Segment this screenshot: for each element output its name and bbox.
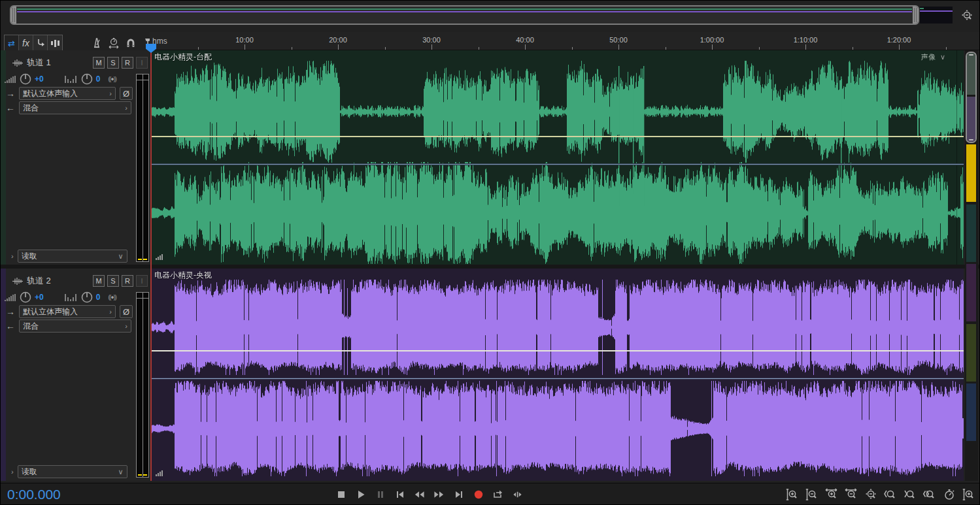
ruler-minor-tick xyxy=(479,47,479,50)
snap-magnet-icon[interactable] xyxy=(125,37,137,50)
clip-levels-icon xyxy=(156,470,163,476)
zoom-out-amplitude-button[interactable] xyxy=(805,488,819,501)
zoom-full-button[interactable] xyxy=(962,488,975,501)
chevron-right-icon: › xyxy=(125,104,127,112)
ruler-major-tick xyxy=(899,44,900,50)
track2-arm-button[interactable]: R xyxy=(122,275,133,287)
track1-clip[interactable]: 电器小精灵-台配 声像 ∨ xyxy=(151,50,964,265)
track1-phase-button[interactable]: Ø xyxy=(120,87,133,100)
navigator-track1-line-tail xyxy=(920,8,924,9)
ruler-major-tick xyxy=(525,44,526,50)
track1-waveform[interactable] xyxy=(151,50,964,265)
zoom-in-amplitude-button[interactable] xyxy=(785,488,799,501)
session-toolbar xyxy=(91,35,154,51)
ruler-tick-label: 40:00 xyxy=(516,36,534,44)
stop-button[interactable] xyxy=(335,489,346,500)
routing-button[interactable] xyxy=(33,35,48,51)
zoom-navigate-icon[interactable] xyxy=(957,7,975,25)
chevron-right-icon: › xyxy=(125,322,127,330)
ruler-minor-tick xyxy=(759,47,760,50)
input-monitor-icon[interactable]: ((●)) xyxy=(108,76,116,82)
track1-automation-row: › 读取∨ xyxy=(8,250,127,263)
loop-playback-button[interactable] xyxy=(492,489,503,500)
track2-output-select[interactable]: 混合› xyxy=(19,319,131,333)
track1-monitor-button[interactable]: I xyxy=(136,57,148,69)
track2-knob-row: +0 0 ((●)) xyxy=(5,291,116,304)
stopwatch-skip-icon[interactable] xyxy=(108,37,120,50)
track1-clip-pan-dropdown[interactable]: 声像 ∨ xyxy=(921,52,945,62)
track2-pan-knob[interactable] xyxy=(80,291,93,304)
view-toggle-button[interactable]: ⇄ xyxy=(5,35,19,51)
track2-volume-knob[interactable] xyxy=(19,291,32,304)
effects-rack-button[interactable]: fx xyxy=(19,35,33,51)
go-to-end-button[interactable] xyxy=(453,489,464,500)
zoom-toolbar xyxy=(785,488,975,501)
track-scrollbar-thumb[interactable] xyxy=(966,52,977,143)
chevron-down-icon: ∨ xyxy=(118,252,124,261)
zoom-to-in-point-button[interactable] xyxy=(883,488,897,501)
zoom-reset-button[interactable] xyxy=(942,488,956,501)
track2-volume-value[interactable]: +0 xyxy=(35,293,44,302)
track1-volume-value[interactable]: +0 xyxy=(35,74,44,84)
track1-knob-row: +0 0 ((●)) xyxy=(5,73,116,86)
track1-arm-button[interactable]: R xyxy=(122,57,133,69)
track1-volume-knob[interactable] xyxy=(19,73,32,86)
play-button[interactable] xyxy=(355,489,366,500)
expand-chevron-icon[interactable]: › xyxy=(11,468,14,476)
overview-navigator-bracket[interactable] xyxy=(10,5,919,25)
track2-automation-value: 读取 xyxy=(22,466,116,478)
expand-chevron-icon[interactable]: › xyxy=(11,252,14,260)
input-monitor-icon[interactable]: ((●)) xyxy=(108,294,116,301)
track1-solo-button[interactable]: S xyxy=(107,57,119,69)
track1-output-select[interactable]: 混合› xyxy=(19,101,131,114)
input-arrow-icon: → xyxy=(6,306,15,317)
track2-volume-envelope[interactable] xyxy=(151,350,964,351)
track1-pan-envelope[interactable] xyxy=(151,163,964,165)
track1-pan-knob[interactable] xyxy=(80,73,93,86)
navigator-right-handle[interactable] xyxy=(913,7,918,24)
track2-phase-button[interactable]: Ø xyxy=(120,305,133,318)
track2-clip[interactable]: 电器小精灵-央视 xyxy=(151,269,964,481)
zoom-out-time-button[interactable] xyxy=(844,488,858,501)
thumb-grip-top[interactable] xyxy=(969,54,973,56)
track2-input-select[interactable]: 默认立体声输入› xyxy=(19,305,116,318)
scrollbar-track-segment[interactable] xyxy=(966,144,976,202)
scrollbar-track-segment[interactable] xyxy=(966,204,976,262)
track-scrollbar[interactable] xyxy=(965,50,978,481)
track2-automation-select[interactable]: 读取∨ xyxy=(18,465,127,478)
track2-monitor-button[interactable]: I xyxy=(136,275,148,287)
track2-pan-value[interactable]: 0 xyxy=(96,293,101,302)
track1-volume-envelope[interactable] xyxy=(151,136,964,137)
track2-waveform[interactable] xyxy=(151,269,964,481)
timeline-ruler[interactable]: hms 10:0020:0030:0040:0050:001:00:001:10… xyxy=(150,32,980,50)
pause-button[interactable] xyxy=(375,489,386,500)
go-to-start-button[interactable] xyxy=(394,489,405,500)
fast-forward-button[interactable] xyxy=(433,489,445,500)
thumb-grip-bottom[interactable] xyxy=(969,139,973,140)
zoom-in-time-button[interactable] xyxy=(824,488,838,501)
track2-name[interactable]: 轨道 2 xyxy=(27,275,51,287)
track1-name[interactable]: 轨道 1 xyxy=(27,57,51,69)
skip-selection-button[interactable] xyxy=(512,489,523,500)
zoom-navigate-button[interactable] xyxy=(864,488,877,501)
output-arrow-icon: ← xyxy=(6,321,15,331)
track1-automation-select[interactable]: 读取∨ xyxy=(18,250,127,263)
track2-mute-button[interactable]: M xyxy=(93,275,105,287)
record-button[interactable] xyxy=(473,489,484,500)
zoom-to-selection-button[interactable] xyxy=(922,488,936,501)
track1-input-select[interactable]: 默认立体声输入› xyxy=(19,87,116,100)
track2-solo-button[interactable]: S xyxy=(107,275,119,287)
metronome-icon[interactable] xyxy=(91,37,103,50)
track2-pan-envelope[interactable] xyxy=(151,378,964,380)
track1-mute-button[interactable]: M xyxy=(93,57,105,69)
scrollbar-track-segment[interactable] xyxy=(966,264,976,321)
track1-pan-value[interactable]: 0 xyxy=(96,74,101,84)
navigator-left-handle[interactable] xyxy=(11,7,16,24)
levels-button[interactable] xyxy=(48,35,62,51)
time-display[interactable]: 0:00.000 xyxy=(7,487,61,502)
rewind-button[interactable] xyxy=(414,489,425,500)
scrollbar-track-segment[interactable] xyxy=(966,383,976,441)
ruler-tick-label: 1:00:00 xyxy=(700,36,724,44)
zoom-to-out-point-button[interactable] xyxy=(903,488,917,501)
scrollbar-track-segment[interactable] xyxy=(966,324,976,382)
